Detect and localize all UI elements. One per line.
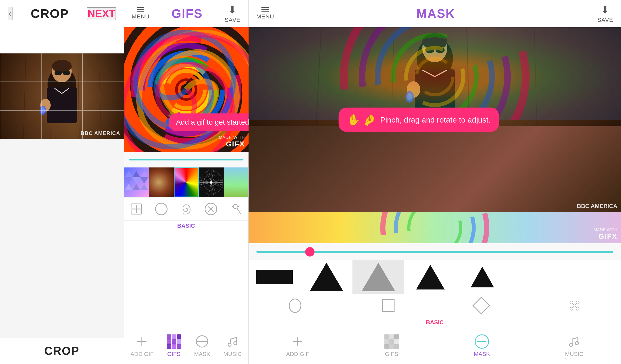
mask-main-preview[interactable]: BBC AMERICA ✋ 🤌 Pinch, drag and rotate t… bbox=[249, 27, 621, 212]
gif-cell-8 bbox=[172, 344, 176, 349]
mask-slider[interactable] bbox=[249, 243, 621, 260]
shape-triangle-3[interactable] bbox=[404, 260, 456, 294]
gifs-nav-icon bbox=[167, 334, 181, 349]
music-nav-item[interactable]: MUSIC bbox=[223, 334, 242, 358]
add-gif-nav-label: ADD GIF bbox=[130, 351, 153, 358]
crop-top-whitespace bbox=[0, 27, 124, 53]
mask-icon-svg bbox=[195, 334, 209, 349]
shape-triangle-2[interactable] bbox=[352, 260, 404, 294]
thumbnail-1[interactable] bbox=[124, 167, 149, 197]
bbc-watermark: BBC AMERICA bbox=[81, 130, 120, 136]
mask-music-nav-item[interactable]: MUSIC bbox=[565, 334, 584, 358]
mask-swirl-overlay-top bbox=[249, 27, 621, 120]
mask-menu-line-2 bbox=[261, 9, 269, 10]
triangle-shape-gray bbox=[362, 263, 395, 291]
save-button[interactable]: ⬇ SAVE bbox=[225, 4, 241, 23]
gif-cell-9 bbox=[177, 344, 181, 349]
gifx-watermark: MADE WITH GIFX bbox=[219, 135, 245, 148]
mask-circle-icon bbox=[289, 299, 301, 312]
mask-square-icon bbox=[382, 299, 395, 312]
mask-circle-tool[interactable] bbox=[289, 299, 301, 312]
menu-line-1 bbox=[137, 7, 144, 8]
mask-gifs-nav-item[interactable]: GIFS bbox=[384, 334, 399, 358]
mask-save-button[interactable]: ⬇ SAVE bbox=[597, 4, 613, 23]
mask-mask-nav-item[interactable]: MASK bbox=[474, 334, 490, 358]
mask-slider-thumb[interactable] bbox=[305, 247, 315, 257]
thumb-triangles-svg bbox=[125, 168, 148, 197]
spiral-tool-button[interactable] bbox=[180, 203, 192, 215]
mask-slider-track[interactable] bbox=[256, 251, 613, 253]
circle-tool-button[interactable] bbox=[155, 203, 168, 215]
gif-cell-6 bbox=[177, 339, 181, 344]
mask-gif-cell-8 bbox=[389, 344, 394, 349]
mask-tooltip-text: Pinch, drag and rotate to adjust. bbox=[380, 115, 491, 124]
svg-point-95 bbox=[573, 304, 576, 307]
add-gif-nav-item[interactable]: ADD GIF bbox=[130, 334, 153, 358]
menu-button[interactable]: MENU bbox=[132, 7, 150, 20]
made-with-text: MADE WITH bbox=[219, 135, 245, 140]
thumbnail-5[interactable] bbox=[224, 167, 248, 197]
mask-menu-line-1 bbox=[261, 7, 269, 8]
mask-nav-label: MASK bbox=[194, 351, 210, 358]
mask-gif-cell-1 bbox=[384, 334, 389, 339]
crop-image-background bbox=[0, 53, 124, 139]
shape-triangle-1[interactable] bbox=[301, 260, 352, 294]
add-filter-button[interactable] bbox=[130, 203, 143, 215]
thumbnail-4[interactable] bbox=[199, 167, 224, 197]
gifs-toolbar-tab-label: BASIC bbox=[177, 223, 195, 229]
swirl-animation: MADE WITH GIFX Add a gif to get started bbox=[124, 27, 249, 152]
gifs-slider[interactable] bbox=[124, 152, 248, 167]
touch-icons: ✋ 🤌 bbox=[347, 113, 376, 126]
x-circle-icon bbox=[205, 203, 217, 215]
shape-triangle-4[interactable] bbox=[456, 260, 508, 294]
mask-add-gif-nav-item[interactable]: ADD GIF bbox=[286, 334, 309, 358]
svg-point-63 bbox=[234, 342, 237, 345]
mask-pattern-tool[interactable] bbox=[568, 299, 581, 312]
mask-swirl-top-svg bbox=[249, 27, 621, 120]
mask-gifx-watermark: MADE WITH GIFX bbox=[593, 228, 617, 241]
crop-image-area[interactable]: BBC AMERICA bbox=[0, 53, 124, 139]
mask-gifs-nav-icon bbox=[384, 334, 399, 349]
mask-save-label: SAVE bbox=[597, 17, 613, 23]
mask-menu-button[interactable]: MENU bbox=[256, 7, 274, 20]
radial-lines-svg bbox=[199, 168, 223, 197]
next-button[interactable]: NEXT bbox=[87, 7, 116, 20]
thumb-bg-5 bbox=[224, 167, 248, 197]
mask-gif-cell-5 bbox=[389, 339, 394, 344]
svg-point-94 bbox=[576, 307, 579, 310]
gifs-nav-item[interactable]: GIFS bbox=[167, 334, 181, 358]
mask-gif-cell-9 bbox=[394, 344, 399, 349]
crop-bottom-label: CROP bbox=[44, 345, 79, 358]
thumbnail-2[interactable] bbox=[149, 167, 174, 197]
gif-grid-icon bbox=[167, 334, 181, 349]
wand-tool-button[interactable] bbox=[230, 203, 242, 215]
mask-gif-cell-2 bbox=[389, 334, 394, 339]
hamburger-icon bbox=[137, 7, 144, 12]
crop-panel: ‹ CROP NEXT bbox=[0, 0, 124, 364]
mask-toolbar-tab-label: BASIC bbox=[426, 319, 444, 326]
save-label: SAVE bbox=[225, 17, 241, 23]
crop-title: CROP bbox=[31, 6, 69, 21]
svg-point-53 bbox=[233, 204, 237, 208]
mask-square-tool[interactable] bbox=[382, 299, 395, 312]
slider-track[interactable] bbox=[129, 159, 243, 160]
svg-point-45 bbox=[210, 181, 212, 184]
crop-image-svg bbox=[0, 53, 124, 139]
mask-nav-item[interactable]: MASK bbox=[194, 334, 210, 358]
crop-bottom-label-area: CROP bbox=[0, 338, 124, 364]
mask-diamond-shape bbox=[472, 297, 490, 314]
gifs-tooltip: Add a gif to get started bbox=[169, 113, 249, 131]
thumb-bg-1 bbox=[124, 167, 149, 197]
gif-cell-7 bbox=[167, 344, 171, 349]
mask-bbc-watermark: BBC AMERICA bbox=[577, 203, 617, 210]
back-button[interactable]: ‹ bbox=[8, 7, 12, 20]
mask-hamburger-icon bbox=[261, 7, 269, 12]
shape-rectangle[interactable] bbox=[249, 260, 301, 294]
mask-diamond-tool[interactable] bbox=[475, 299, 488, 312]
x-tool-button[interactable] bbox=[205, 203, 217, 215]
svg-rect-9 bbox=[55, 71, 62, 75]
gifs-main-preview[interactable]: MADE WITH GIFX Add a gif to get started bbox=[124, 27, 249, 152]
mask-tooltip: ✋ 🤌 Pinch, drag and rotate to adjust. bbox=[339, 108, 499, 132]
menu-line-3 bbox=[137, 11, 144, 12]
thumbnail-3[interactable] bbox=[174, 167, 199, 197]
